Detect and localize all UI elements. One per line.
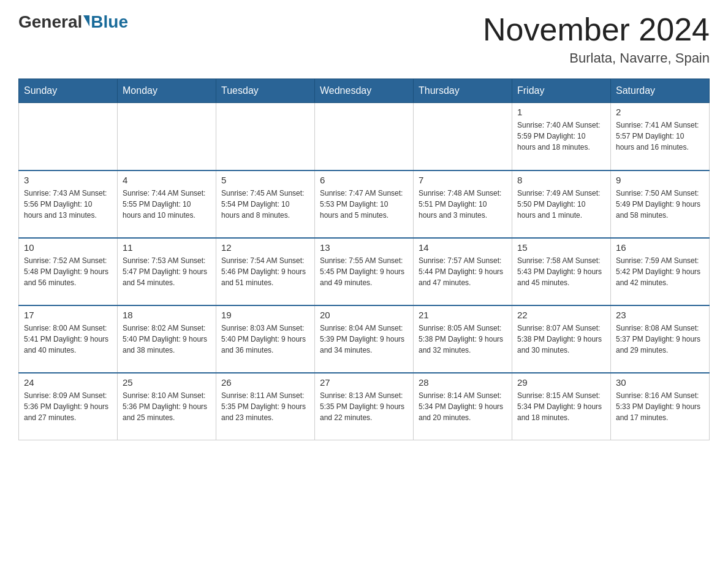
- day-info: Sunrise: 7:52 AM Sunset: 5:48 PM Dayligh…: [24, 255, 112, 288]
- day-number: 13: [320, 242, 408, 253]
- page-subtitle: Burlata, Navarre, Spain: [483, 50, 710, 66]
- calendar-day-cell: 17Sunrise: 8:00 AM Sunset: 5:41 PM Dayli…: [19, 305, 118, 373]
- day-info: Sunrise: 7:47 AM Sunset: 5:53 PM Dayligh…: [320, 188, 408, 221]
- calendar-week-row: 10Sunrise: 7:52 AM Sunset: 5:48 PM Dayli…: [19, 238, 710, 305]
- day-info: Sunrise: 8:10 AM Sunset: 5:36 PM Dayligh…: [123, 390, 211, 423]
- calendar-day-cell: 16Sunrise: 7:59 AM Sunset: 5:42 PM Dayli…: [611, 238, 710, 305]
- day-info: Sunrise: 8:03 AM Sunset: 5:40 PM Dayligh…: [221, 323, 309, 356]
- day-info: Sunrise: 8:14 AM Sunset: 5:34 PM Dayligh…: [419, 390, 507, 423]
- page-title: November 2024: [483, 12, 710, 47]
- day-info: Sunrise: 7:41 AM Sunset: 5:57 PM Dayligh…: [616, 120, 704, 153]
- day-info: Sunrise: 7:43 AM Sunset: 5:56 PM Dayligh…: [24, 188, 112, 221]
- day-info: Sunrise: 7:50 AM Sunset: 5:49 PM Dayligh…: [616, 188, 704, 221]
- calendar-day-cell: 8Sunrise: 7:49 AM Sunset: 5:50 PM Daylig…: [512, 170, 611, 238]
- calendar-day-header: Friday: [512, 79, 611, 103]
- day-info: Sunrise: 8:02 AM Sunset: 5:40 PM Dayligh…: [123, 323, 211, 356]
- day-info: Sunrise: 8:00 AM Sunset: 5:41 PM Dayligh…: [24, 323, 112, 356]
- day-number: 16: [616, 242, 704, 253]
- day-info: Sunrise: 7:53 AM Sunset: 5:47 PM Dayligh…: [123, 255, 211, 288]
- day-number: 18: [123, 310, 211, 320]
- calendar-day-cell: 1Sunrise: 7:40 AM Sunset: 5:59 PM Daylig…: [512, 103, 611, 170]
- day-number: 27: [320, 377, 408, 388]
- calendar-day-cell: 26Sunrise: 8:11 AM Sunset: 5:35 PM Dayli…: [216, 373, 315, 440]
- day-number: 28: [419, 377, 507, 388]
- day-number: 15: [517, 242, 605, 253]
- day-info: Sunrise: 8:08 AM Sunset: 5:37 PM Dayligh…: [616, 323, 704, 356]
- day-info: Sunrise: 7:48 AM Sunset: 5:51 PM Dayligh…: [419, 188, 507, 221]
- calendar-day-cell: 7Sunrise: 7:48 AM Sunset: 5:51 PM Daylig…: [414, 170, 512, 238]
- calendar-week-row: 3Sunrise: 7:43 AM Sunset: 5:56 PM Daylig…: [19, 170, 710, 238]
- calendar-day-cell: 3Sunrise: 7:43 AM Sunset: 5:56 PM Daylig…: [19, 170, 118, 238]
- calendar-day-header: Thursday: [414, 79, 512, 103]
- day-info: Sunrise: 8:15 AM Sunset: 5:34 PM Dayligh…: [517, 390, 605, 423]
- day-number: 14: [419, 242, 507, 253]
- calendar-day-cell: 11Sunrise: 7:53 AM Sunset: 5:47 PM Dayli…: [118, 238, 216, 305]
- day-info: Sunrise: 7:40 AM Sunset: 5:59 PM Dayligh…: [517, 120, 605, 153]
- day-number: 24: [24, 377, 112, 388]
- day-number: 7: [419, 175, 507, 185]
- day-info: Sunrise: 8:16 AM Sunset: 5:33 PM Dayligh…: [616, 390, 704, 423]
- calendar-day-cell: 23Sunrise: 8:08 AM Sunset: 5:37 PM Dayli…: [611, 305, 710, 373]
- calendar-day-cell: 29Sunrise: 8:15 AM Sunset: 5:34 PM Dayli…: [512, 373, 611, 440]
- calendar-day-header: Saturday: [611, 79, 710, 103]
- calendar-day-cell: 13Sunrise: 7:55 AM Sunset: 5:45 PM Dayli…: [315, 238, 414, 305]
- calendar-day-cell: 18Sunrise: 8:02 AM Sunset: 5:40 PM Dayli…: [118, 305, 216, 373]
- logo: General Blue: [18, 12, 128, 32]
- day-number: 12: [221, 242, 309, 253]
- day-info: Sunrise: 7:58 AM Sunset: 5:43 PM Dayligh…: [517, 255, 605, 288]
- logo-general-text: General: [18, 12, 82, 32]
- day-number: 19: [221, 310, 309, 320]
- day-number: 4: [123, 175, 211, 185]
- day-info: Sunrise: 7:55 AM Sunset: 5:45 PM Dayligh…: [320, 255, 408, 288]
- calendar-week-row: 1Sunrise: 7:40 AM Sunset: 5:59 PM Daylig…: [19, 103, 710, 170]
- calendar-day-cell: [315, 103, 414, 170]
- calendar-day-cell: 4Sunrise: 7:44 AM Sunset: 5:55 PM Daylig…: [118, 170, 216, 238]
- page-header: General Blue November 2024 Burlata, Nava…: [18, 12, 710, 66]
- calendar-day-cell: 19Sunrise: 8:03 AM Sunset: 5:40 PM Dayli…: [216, 305, 315, 373]
- calendar-day-cell: [118, 103, 216, 170]
- calendar-day-cell: 5Sunrise: 7:45 AM Sunset: 5:54 PM Daylig…: [216, 170, 315, 238]
- day-info: Sunrise: 7:57 AM Sunset: 5:44 PM Dayligh…: [419, 255, 507, 288]
- day-info: Sunrise: 8:11 AM Sunset: 5:35 PM Dayligh…: [221, 390, 309, 423]
- calendar-day-cell: 12Sunrise: 7:54 AM Sunset: 5:46 PM Dayli…: [216, 238, 315, 305]
- day-number: 9: [616, 175, 704, 185]
- calendar-header-row: SundayMondayTuesdayWednesdayThursdayFrid…: [19, 79, 710, 103]
- calendar-day-header: Wednesday: [315, 79, 414, 103]
- logo-blue-text: Blue: [91, 12, 128, 32]
- day-number: 8: [517, 175, 605, 185]
- day-number: 11: [123, 242, 211, 253]
- calendar-day-cell: 9Sunrise: 7:50 AM Sunset: 5:49 PM Daylig…: [611, 170, 710, 238]
- calendar-day-cell: 30Sunrise: 8:16 AM Sunset: 5:33 PM Dayli…: [611, 373, 710, 440]
- day-number: 22: [517, 310, 605, 320]
- calendar-day-cell: [19, 103, 118, 170]
- calendar-day-cell: 14Sunrise: 7:57 AM Sunset: 5:44 PM Dayli…: [414, 238, 512, 305]
- day-number: 29: [517, 377, 605, 388]
- day-number: 30: [616, 377, 704, 388]
- calendar-day-cell: 6Sunrise: 7:47 AM Sunset: 5:53 PM Daylig…: [315, 170, 414, 238]
- day-info: Sunrise: 8:13 AM Sunset: 5:35 PM Dayligh…: [320, 390, 408, 423]
- day-info: Sunrise: 7:59 AM Sunset: 5:42 PM Dayligh…: [616, 255, 704, 288]
- calendar-day-cell: 21Sunrise: 8:05 AM Sunset: 5:38 PM Dayli…: [414, 305, 512, 373]
- day-info: Sunrise: 7:44 AM Sunset: 5:55 PM Dayligh…: [123, 188, 211, 221]
- calendar-day-cell: [414, 103, 512, 170]
- calendar-week-row: 24Sunrise: 8:09 AM Sunset: 5:36 PM Dayli…: [19, 373, 710, 440]
- calendar-day-cell: 24Sunrise: 8:09 AM Sunset: 5:36 PM Dayli…: [19, 373, 118, 440]
- calendar-day-cell: 2Sunrise: 7:41 AM Sunset: 5:57 PM Daylig…: [611, 103, 710, 170]
- day-number: 1: [517, 107, 605, 117]
- day-info: Sunrise: 8:04 AM Sunset: 5:39 PM Dayligh…: [320, 323, 408, 356]
- calendar-day-header: Sunday: [19, 79, 118, 103]
- logo-triangle-icon: [83, 15, 89, 26]
- day-info: Sunrise: 8:05 AM Sunset: 5:38 PM Dayligh…: [419, 323, 507, 356]
- day-info: Sunrise: 7:49 AM Sunset: 5:50 PM Dayligh…: [517, 188, 605, 221]
- calendar-day-cell: 25Sunrise: 8:10 AM Sunset: 5:36 PM Dayli…: [118, 373, 216, 440]
- day-number: 2: [616, 107, 704, 117]
- day-info: Sunrise: 7:54 AM Sunset: 5:46 PM Dayligh…: [221, 255, 309, 288]
- calendar-day-cell: 28Sunrise: 8:14 AM Sunset: 5:34 PM Dayli…: [414, 373, 512, 440]
- calendar-table: SundayMondayTuesdayWednesdayThursdayFrid…: [18, 79, 710, 440]
- day-number: 5: [221, 175, 309, 185]
- calendar-day-cell: 15Sunrise: 7:58 AM Sunset: 5:43 PM Dayli…: [512, 238, 611, 305]
- calendar-day-cell: [216, 103, 315, 170]
- day-number: 6: [320, 175, 408, 185]
- day-number: 3: [24, 175, 112, 185]
- day-info: Sunrise: 7:45 AM Sunset: 5:54 PM Dayligh…: [221, 188, 309, 221]
